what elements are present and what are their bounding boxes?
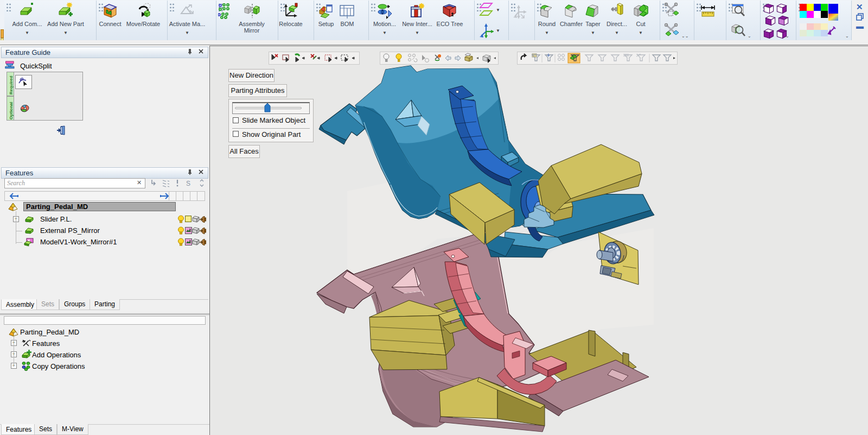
svg-text:Optional: Optional — [9, 102, 14, 119]
svg-text:S: S — [186, 180, 190, 187]
svg-text:Required: Required — [9, 75, 14, 94]
